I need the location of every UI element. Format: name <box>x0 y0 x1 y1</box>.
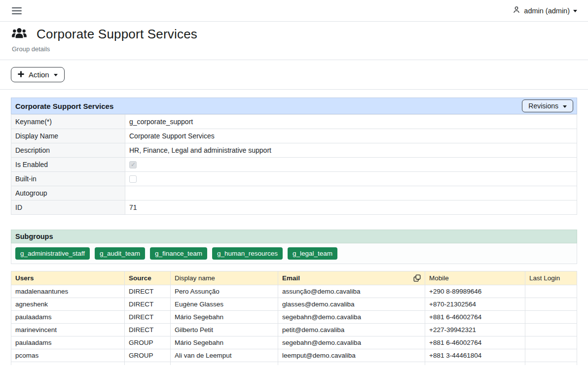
cell-last-login <box>525 311 577 324</box>
cell-mobile: +227-39942321 <box>425 324 525 336</box>
cell-empty <box>171 362 278 365</box>
column-header-email: Email <box>278 271 425 285</box>
table-row: paulaadamsDIRECTMário Segebahnsegebahn@d… <box>11 311 577 324</box>
cell-username: agneshenk <box>11 298 125 311</box>
users-panel: UsersSourceDisplay nameEmailMobileLast L… <box>11 271 577 365</box>
cell-mobile: +290 8-89989646 <box>425 285 525 298</box>
detail-value <box>125 158 577 172</box>
detail-label: Autogroup <box>11 186 125 201</box>
unchecked-checkbox <box>129 175 137 183</box>
cell-username: pcomas <box>11 349 125 362</box>
detail-label: Display Name <box>11 129 125 143</box>
cell-email: glasses@demo.cavaliba <box>278 298 425 311</box>
cell-email: petit@demo.cavaliba <box>278 324 425 336</box>
table-row: paulaadamsGROUPMário Segebahnsegebahn@de… <box>11 336 577 349</box>
cell-empty <box>525 362 577 365</box>
cell-email: segebahn@demo.cavaliba <box>278 336 425 349</box>
chevron-down-icon <box>54 74 58 76</box>
cell-source: DIRECT <box>125 298 171 311</box>
column-header-label: Last Login <box>529 274 560 282</box>
cell-display-name: Mário Segebahn <box>171 336 278 349</box>
cell-last-login <box>525 349 577 362</box>
cell-display-name: Pero Assunção <box>171 285 278 298</box>
user-menu-label: admin (admin) <box>524 7 570 15</box>
cell-username: paulaadams <box>11 311 125 324</box>
column-header-last-login: Last Login <box>525 271 577 285</box>
cell-last-login <box>525 324 577 336</box>
panel-title: Corporate Support Services <box>15 102 113 110</box>
hamburger-menu-icon[interactable] <box>11 5 23 16</box>
subgroups-panel: Subgroups g_administrative_staffg_audit_… <box>11 230 577 264</box>
top-bar: admin (admin) <box>0 0 588 22</box>
detail-row: ID71 <box>11 201 577 215</box>
person-icon <box>513 6 520 15</box>
cell-email: leemput@demo.cavaliba <box>278 349 425 362</box>
table-row: marinevincentDIRECTGilberto Petitpetit@d… <box>11 324 577 336</box>
cell-source: GROUP <box>125 349 171 362</box>
detail-row: Keyname(*)g_corporate_support <box>11 115 577 129</box>
subgroup-badge[interactable]: g_human_resources <box>212 247 283 260</box>
detail-value <box>125 186 577 201</box>
group-details-panel: Corporate Support Services Revisions Key… <box>11 98 577 215</box>
detail-row: Is Enabled <box>11 158 577 172</box>
cell-username: madalenaantunes <box>11 285 125 298</box>
detail-value: 71 <box>125 201 577 215</box>
subgroup-badge[interactable]: g_audit_team <box>95 247 145 260</box>
cell-mobile: +881 3-44461804 <box>425 349 525 362</box>
subgroup-badge[interactable]: g_finance_team <box>150 247 207 260</box>
toolbar: Action <box>0 60 588 90</box>
column-header-label: Email <box>282 274 300 282</box>
users-table: UsersSourceDisplay nameEmailMobileLast L… <box>11 271 577 365</box>
detail-row: Built-in <box>11 172 577 186</box>
column-header-users: Users <box>11 271 125 285</box>
subgroup-badge[interactable]: g_administrative_staff <box>15 247 90 260</box>
detail-label: ID <box>11 201 125 215</box>
detail-value <box>125 172 577 186</box>
main-content: Corporate Support Services Revisions Key… <box>0 90 588 365</box>
column-header-mobile: Mobile <box>425 271 525 285</box>
subgroups-panel-header: Subgroups <box>11 230 577 243</box>
column-header-label: Source <box>129 274 151 282</box>
cell-email: segebahn@demo.cavaliba <box>278 311 425 324</box>
revisions-button-label: Revisions <box>528 102 558 110</box>
detail-label: Built-in <box>11 172 125 186</box>
table-row: agneshenkDIRECTEugène Glassesglasses@dem… <box>11 298 577 311</box>
detail-row: Autogroup <box>11 186 577 201</box>
cell-username: marinevincent <box>11 324 125 336</box>
cell-source: DIRECT <box>125 285 171 298</box>
cell-empty <box>278 362 425 365</box>
cell-source: DIRECT <box>125 311 171 324</box>
chevron-down-icon <box>563 105 567 108</box>
revisions-button[interactable]: Revisions <box>522 100 573 112</box>
column-header-label: Users <box>15 274 34 282</box>
cell-mobile: +881 6-46002764 <box>425 311 525 324</box>
action-button[interactable]: Action <box>11 67 65 82</box>
detail-label: Is Enabled <box>11 158 125 172</box>
user-menu[interactable]: admin (admin) <box>513 6 577 15</box>
cell-display-name: Eugène Glasses <box>171 298 278 311</box>
cell-empty <box>425 362 525 365</box>
cell-source: DIRECT <box>125 324 171 336</box>
page-title: Corporate Support Services <box>37 27 197 42</box>
table-row: madalenaantunesDIRECTPero Assunçãoassunç… <box>11 285 577 298</box>
cell-email: assunção@demo.cavaliba <box>278 285 425 298</box>
table-row: pcomasGROUPAli van de Leemputleemput@dem… <box>11 349 577 362</box>
detail-value: HR, Finance, Legal and administrative su… <box>125 143 577 158</box>
checked-checkbox <box>129 161 137 168</box>
column-header-label: Display name <box>175 274 215 282</box>
detail-label: Description <box>11 143 125 158</box>
subgroup-badge[interactable]: g_legal_team <box>288 247 337 260</box>
group-details-table: Keyname(*)g_corporate_supportDisplay Nam… <box>11 114 577 215</box>
cell-source: GROUP <box>125 336 171 349</box>
cell-username: paulaadams <box>11 336 125 349</box>
table-row-partial <box>11 362 577 365</box>
chevron-down-icon <box>573 10 577 12</box>
column-header-display-name: Display name <box>171 271 278 285</box>
copy-icon[interactable] <box>413 274 421 282</box>
cell-last-login <box>525 298 577 311</box>
cell-last-login <box>525 285 577 298</box>
detail-value: Corporate Support Services <box>125 129 577 143</box>
page-header: Corporate Support Services Group details <box>0 22 588 60</box>
detail-row: DescriptionHR, Finance, Legal and admini… <box>11 143 577 158</box>
cell-display-name: Ali van de Leemput <box>171 349 278 362</box>
